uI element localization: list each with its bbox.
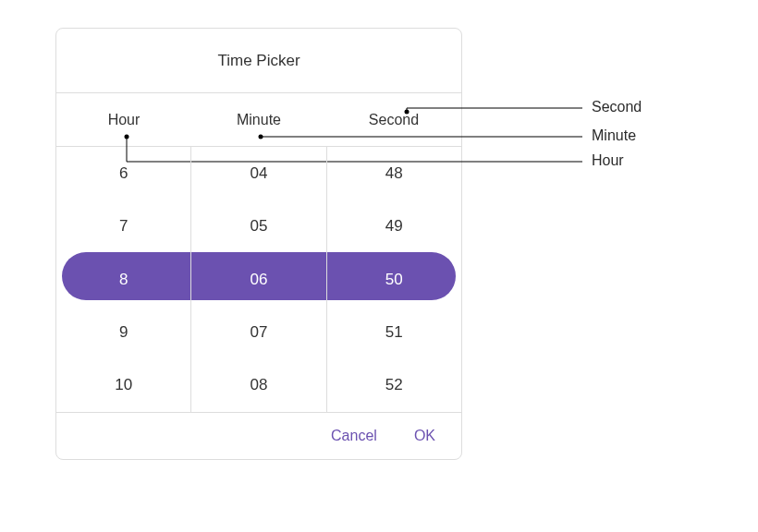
second-option[interactable]: 49: [327, 200, 461, 252]
spinner-area: 6 7 8 9 10 04 05 06 07 08 48 49 50 51 52: [56, 147, 461, 413]
hour-option[interactable]: 7: [56, 200, 190, 252]
hour-spinner[interactable]: 6 7 8 9 10: [56, 147, 190, 412]
time-picker-dialog: Time Picker Hour Minute Second 6 7 8 9 1…: [55, 28, 462, 460]
second-option[interactable]: 52: [327, 359, 461, 412]
second-spinner[interactable]: 48 49 50 51 52: [326, 147, 461, 412]
annotation-second: Second: [592, 99, 642, 115]
second-option[interactable]: 48: [327, 147, 461, 200]
minute-spinner[interactable]: 04 05 06 07 08: [190, 147, 325, 412]
hour-header-label: Hour: [108, 112, 141, 128]
second-option-selected[interactable]: 50: [327, 253, 461, 306]
cancel-button[interactable]: Cancel: [331, 428, 377, 444]
minute-option[interactable]: 07: [191, 306, 325, 358]
hour-header: Hour: [56, 93, 191, 146]
minute-option[interactable]: 08: [191, 359, 325, 412]
minute-option[interactable]: 05: [191, 200, 325, 252]
dialog-footer: Cancel OK: [56, 413, 461, 459]
hour-option[interactable]: 10: [56, 359, 190, 412]
dialog-title-text: Time Picker: [217, 52, 300, 70]
minute-option[interactable]: 04: [191, 147, 325, 200]
column-headers: Hour Minute Second: [56, 93, 461, 147]
dialog-title: Time Picker: [56, 29, 461, 93]
hour-option-selected[interactable]: 8: [56, 253, 190, 306]
second-header-label: Second: [369, 112, 419, 128]
second-option[interactable]: 51: [327, 306, 461, 358]
minute-option-selected[interactable]: 06: [191, 253, 325, 306]
minute-header-label: Minute: [237, 112, 281, 128]
ok-button[interactable]: OK: [414, 428, 435, 444]
second-header: Second: [326, 93, 461, 146]
annotation-hour: Hour: [592, 152, 624, 169]
spinner-columns: 6 7 8 9 10 04 05 06 07 08 48 49 50 51 52: [56, 147, 461, 412]
minute-header: Minute: [191, 93, 326, 146]
hour-option[interactable]: 6: [56, 147, 190, 200]
annotation-minute: Minute: [592, 127, 636, 144]
hour-option[interactable]: 9: [56, 306, 190, 358]
